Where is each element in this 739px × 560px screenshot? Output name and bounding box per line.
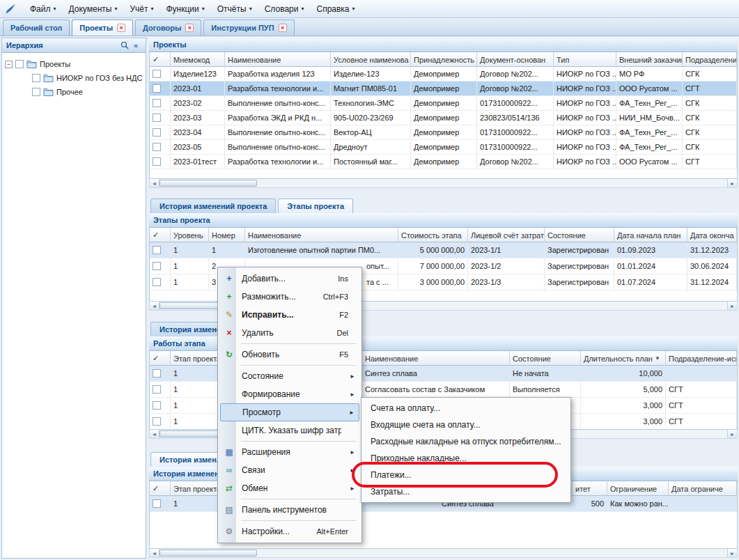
context-menu-item[interactable]: Удалить Del ► bbox=[220, 324, 359, 342]
menubar-item[interactable]: Файл ▾ bbox=[24, 1, 63, 17]
row-checkbox[interactable] bbox=[153, 499, 161, 508]
menubar-item[interactable]: Учёт ▾ bbox=[123, 1, 160, 17]
context-menu-item[interactable]: Просмотр ► bbox=[220, 403, 359, 421]
column-header[interactable]: Длительность план ▼ bbox=[581, 351, 666, 366]
submenu-item[interactable]: Приходные накладные... bbox=[364, 450, 568, 467]
section-tab[interactable]: Этапы проекта bbox=[278, 199, 353, 213]
column-header[interactable]: Документ-основан bbox=[477, 52, 554, 67]
context-menu-item[interactable]: Обмен ► bbox=[220, 479, 359, 497]
column-header[interactable]: Номер bbox=[209, 228, 245, 242]
window-tab[interactable]: Договоры × bbox=[135, 20, 201, 36]
tree-item[interactable]: − Проекты bbox=[5, 57, 143, 71]
context-menu-item[interactable]: Исправить... F2 ► bbox=[220, 306, 359, 324]
submenu-item[interactable]: Расходные накладные на отпуск потребител… bbox=[364, 433, 568, 450]
window-tab[interactable]: Инструкции ПУП × bbox=[203, 20, 294, 36]
scroll-left-icon[interactable]: ◄ bbox=[150, 302, 160, 310]
close-tab-icon[interactable]: × bbox=[117, 24, 125, 32]
table-row[interactable]: 1 1 Изготовление опытной партии ПМ0... 5… bbox=[150, 242, 737, 258]
column-header[interactable]: Состояние bbox=[545, 228, 614, 242]
table-row[interactable]: 2023-01тест Разработка технологии и... П… bbox=[150, 155, 737, 169]
horizontal-scrollbar[interactable]: ◄ ► bbox=[149, 549, 738, 558]
column-header[interactable]: Внешний заказчик bbox=[616, 52, 683, 67]
submenu-item[interactable]: Счета на оплату... bbox=[364, 400, 568, 417]
column-header[interactable]: итет bbox=[573, 481, 607, 496]
scroll-left-icon[interactable]: ◄ bbox=[150, 430, 160, 438]
scroll-left-icon[interactable]: ◄ bbox=[150, 549, 160, 557]
context-menu-item[interactable]: Панель инструментов ► bbox=[220, 501, 359, 519]
column-header[interactable]: Наименование ▼ bbox=[362, 351, 510, 366]
table-row[interactable]: 2023-04 Выполнение опытно-конс... Вектор… bbox=[150, 125, 737, 140]
column-header[interactable]: Наименование bbox=[225, 52, 331, 67]
check-column-header[interactable]: ✓ bbox=[150, 481, 171, 496]
context-menu-item[interactable]: Настройки... Alt+Enter ► bbox=[220, 522, 359, 540]
row-checkbox[interactable] bbox=[153, 84, 161, 93]
column-header[interactable]: Дата оконча bbox=[687, 228, 737, 242]
check-column-header[interactable]: ✓ bbox=[150, 52, 171, 67]
column-header[interactable]: Наименование bbox=[245, 228, 398, 242]
row-checkbox[interactable] bbox=[153, 143, 161, 151]
menubar-item[interactable]: Функции ▾ bbox=[160, 1, 210, 17]
column-header[interactable]: Принадлежность bbox=[411, 52, 477, 67]
row-checkbox[interactable] bbox=[153, 99, 161, 107]
table-row[interactable]: 2023-03 Разработка ЭКД и РКД н... 905-U0… bbox=[150, 111, 737, 125]
table-row[interactable]: 2023-05 Выполнение опытно-конс... Дредно… bbox=[150, 140, 737, 155]
collapse-panel-icon[interactable]: « bbox=[130, 40, 141, 50]
row-checkbox[interactable] bbox=[153, 385, 161, 394]
scroll-right-icon[interactable]: ► bbox=[727, 430, 737, 438]
context-menu-item[interactable]: Расширения ► bbox=[220, 443, 359, 461]
scroll-thumb[interactable] bbox=[160, 550, 257, 557]
context-menu-item[interactable]: Добавить... Ins ► bbox=[220, 270, 359, 288]
row-checkbox[interactable] bbox=[153, 70, 161, 78]
submenu-item[interactable]: Входящие счета на оплату... bbox=[364, 417, 568, 433]
row-checkbox[interactable] bbox=[153, 114, 161, 122]
scroll-right-icon[interactable]: ► bbox=[727, 549, 737, 557]
row-checkbox[interactable] bbox=[153, 157, 161, 166]
submenu-item[interactable]: Затраты... bbox=[364, 483, 568, 500]
column-header[interactable]: Подразделение-исп ▼ bbox=[666, 351, 737, 366]
tree-item[interactable]: − НИОКР по ГОЗ без НДС bbox=[5, 71, 143, 85]
context-menu-item[interactable]: Состояние ► bbox=[220, 367, 359, 385]
row-checkbox[interactable] bbox=[153, 262, 161, 270]
tree-checkbox[interactable] bbox=[32, 88, 40, 96]
table-row[interactable]: 2023-02 Выполнение опытно-конс... Технол… bbox=[150, 96, 737, 111]
column-header[interactable]: Уровень bbox=[171, 228, 209, 242]
column-header[interactable]: Состояние ▼ bbox=[510, 351, 581, 366]
row-checkbox[interactable] bbox=[153, 128, 161, 137]
close-tab-icon[interactable]: × bbox=[185, 24, 194, 32]
submenu-item[interactable]: Платежи... bbox=[364, 467, 568, 483]
column-header[interactable]: Дата ограниче bbox=[669, 481, 737, 496]
column-header[interactable]: Подразделени bbox=[683, 52, 737, 67]
find-icon[interactable] bbox=[119, 40, 130, 50]
section-tab[interactable]: История изменений проекта bbox=[150, 199, 276, 213]
scroll-right-icon[interactable]: ► bbox=[727, 179, 737, 187]
row-checkbox[interactable] bbox=[153, 401, 161, 410]
menubar-item[interactable]: Справка ▾ bbox=[310, 1, 361, 17]
table-row[interactable]: Изделие123 Разработка изделия 123 Издели… bbox=[150, 67, 737, 81]
expand-icon[interactable]: − bbox=[5, 61, 13, 68]
horizontal-scrollbar[interactable]: ◄ ► bbox=[149, 179, 738, 188]
row-checkbox[interactable] bbox=[153, 417, 161, 426]
row-checkbox[interactable] bbox=[153, 369, 161, 378]
scroll-right-icon[interactable]: ► bbox=[727, 302, 737, 310]
column-header[interactable]: Тип bbox=[554, 52, 616, 67]
check-column-header[interactable]: ✓ bbox=[150, 228, 171, 242]
column-header[interactable]: Условное наименова bbox=[331, 52, 411, 67]
column-header[interactable]: Мнемокод bbox=[171, 52, 225, 67]
row-checkbox[interactable] bbox=[153, 278, 161, 286]
tree-item[interactable]: − Прочее bbox=[5, 85, 143, 99]
menubar-item[interactable]: Документы ▾ bbox=[63, 1, 124, 17]
tree-checkbox[interactable] bbox=[15, 60, 24, 68]
context-menu-item[interactable]: ЦИТК. Указать шифр затрат... ► bbox=[220, 421, 359, 440]
context-menu-item[interactable]: Связи ► bbox=[220, 461, 359, 479]
menubar-item[interactable]: Отчёты ▾ bbox=[211, 1, 258, 17]
column-header[interactable]: Лицевой счёт затрат bbox=[468, 228, 545, 242]
context-menu-item[interactable]: Формирование ► bbox=[220, 385, 359, 403]
window-tab[interactable]: Рабочий стол × bbox=[3, 20, 70, 36]
window-tab[interactable]: Проекты × bbox=[72, 20, 133, 36]
context-menu-item[interactable]: Обновить F5 ► bbox=[220, 345, 359, 364]
column-header[interactable]: Стоимость этапа bbox=[398, 228, 468, 242]
tree-checkbox[interactable] bbox=[32, 74, 40, 82]
close-tab-icon[interactable]: × bbox=[279, 24, 287, 32]
column-header[interactable]: Ограничение bbox=[607, 481, 669, 496]
scroll-left-icon[interactable]: ◄ bbox=[150, 179, 160, 187]
